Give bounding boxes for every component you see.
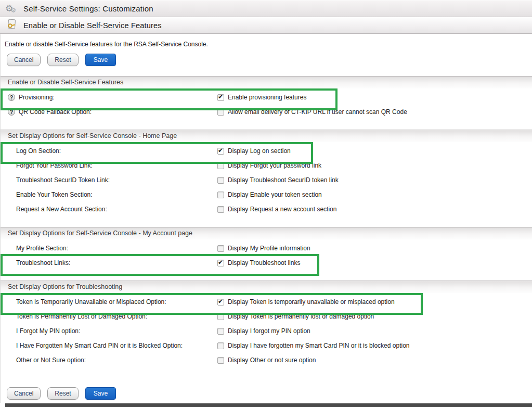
checkbox[interactable] bbox=[217, 299, 224, 306]
checkbox-label: Display Log on section bbox=[228, 147, 291, 155]
sections: Enable or Disable Self-Service Features?… bbox=[1, 76, 532, 367]
row-label-group: Enable Your Token Section: bbox=[16, 191, 93, 198]
row-label-group: Other or Not Sure option: bbox=[16, 357, 86, 364]
settings-section: Set Display Options for Self-Service Con… bbox=[1, 130, 532, 217]
checkbox-group: Display Troubleshoot links bbox=[217, 259, 300, 266]
row-label: QR Code Fallback Option: bbox=[19, 108, 92, 116]
checkbox[interactable] bbox=[217, 342, 224, 349]
settings-row: ?Provisioning:Enable provisioning featur… bbox=[1, 90, 532, 105]
checkbox-group: Display My Profile information bbox=[217, 245, 310, 252]
row-label-group: Token is Permanently Lost or Damaged Opt… bbox=[16, 313, 147, 320]
page-description: Enable or disable Self-Service features … bbox=[1, 34, 532, 48]
section-header: Set Display Options for Self-Service Con… bbox=[1, 130, 532, 142]
settings-row: My Profile Section:Display My Profile in… bbox=[1, 241, 532, 256]
checkbox-label: Display Troubleshoot links bbox=[228, 259, 300, 266]
row-label: Other or Not Sure option: bbox=[16, 357, 86, 364]
settings-row: Forgot Your Password Link:Display Forgot… bbox=[1, 158, 532, 173]
bottom-edge-bar bbox=[5, 403, 532, 407]
section-header: Enable or Disable Self-Service Features bbox=[1, 76, 532, 88]
row-label-group: Request a New Account Section: bbox=[16, 206, 107, 213]
checkbox-group: Display Token is temporarily unavailable… bbox=[217, 298, 395, 306]
top-button-row: Cancel Reset Save bbox=[7, 54, 532, 66]
checkbox-group: Display Log on section bbox=[217, 147, 291, 155]
reset-button-bottom[interactable]: Reset bbox=[47, 387, 78, 400]
settings-section: Set Display Options for TroubleshootingT… bbox=[1, 281, 532, 367]
checkbox[interactable] bbox=[217, 192, 224, 198]
cancel-button[interactable]: Cancel bbox=[7, 54, 41, 66]
checkbox-label: Display I have forgotten my Smart Card P… bbox=[228, 342, 409, 349]
checkbox-group: Display Other or not sure option bbox=[217, 357, 316, 364]
checkbox-label: Display Other or not sure option bbox=[228, 357, 316, 364]
checkbox-label: Display My Profile information bbox=[228, 245, 310, 252]
section-header: Set Display Options for Troubleshooting bbox=[1, 281, 532, 293]
row-label-group: Forgot Your Password Link: bbox=[16, 162, 93, 169]
settings-row: Log On Section:Display Log on section bbox=[1, 144, 532, 158]
checkbox-label: Display Request a new account section bbox=[228, 206, 336, 213]
settings-row: Troubleshoot Links:Display Troubleshoot … bbox=[1, 256, 532, 270]
page-subtitle: Enable or Disable Self-Service Features bbox=[23, 21, 162, 30]
checkbox[interactable] bbox=[217, 148, 224, 155]
checkbox-label: Display Forgot your password link bbox=[228, 162, 321, 169]
reset-button[interactable]: Reset bbox=[47, 54, 78, 66]
checkbox-group: Display Token is permanently lost or dam… bbox=[217, 313, 374, 320]
checkbox-group: Display Forgot your password link bbox=[217, 162, 321, 169]
checkbox-group: Display I forgot my PIN option bbox=[217, 327, 310, 335]
settings-row: Other or Not Sure option:Display Other o… bbox=[1, 353, 532, 367]
row-label-group: ?QR Code Fallback Option: bbox=[8, 108, 92, 116]
settings-section: Set Display Options for Self-Service Con… bbox=[1, 227, 532, 270]
row-label: Request a New Account Section: bbox=[16, 206, 107, 213]
row-label: Forgot Your Password Link: bbox=[16, 162, 93, 169]
checkbox-label: Display Token is temporarily unavailable… bbox=[228, 298, 395, 306]
row-label-group: I Forgot My PIN option: bbox=[16, 327, 80, 335]
checkbox-group: Display Troubleshoot SecurID token link bbox=[217, 176, 339, 184]
checkbox[interactable] bbox=[217, 260, 224, 266]
page-header: ⚙⚙ Self-Service Settings: Customization bbox=[0, 0, 532, 17]
settings-row: ?QR Code Fallback Option:Allow email del… bbox=[1, 105, 532, 119]
row-label: Enable Your Token Section: bbox=[16, 191, 93, 198]
settings-row: I Have Forgotten My Smart Card PIN or it… bbox=[1, 338, 532, 353]
scroll-key-icon bbox=[6, 19, 17, 32]
row-label: Token is Temporarily Unavailable or Misp… bbox=[16, 298, 166, 306]
checkbox-label: Enable provisioning features bbox=[228, 94, 306, 101]
settings-section: Enable or Disable Self-Service Features?… bbox=[1, 76, 532, 119]
row-label-group: I Have Forgotten My Smart Card PIN or it… bbox=[16, 342, 183, 349]
save-button-bottom[interactable]: Save bbox=[85, 387, 116, 400]
row-label: Log On Section: bbox=[16, 147, 61, 155]
checkbox-label: Display Troubleshoot SecurID token link bbox=[228, 176, 339, 184]
checkbox[interactable] bbox=[217, 177, 224, 184]
checkbox[interactable] bbox=[217, 94, 224, 101]
row-label-group: Token is Temporarily Unavailable or Misp… bbox=[16, 298, 166, 306]
row-label-group: ?Provisioning: bbox=[8, 94, 55, 101]
checkbox[interactable] bbox=[217, 245, 224, 252]
checkbox[interactable] bbox=[217, 206, 224, 213]
checkbox-label: Display Token is permanently lost or dam… bbox=[228, 313, 374, 320]
save-button[interactable]: Save bbox=[85, 54, 116, 66]
checkbox-label: Allow email delivery of CT-KIP URL if us… bbox=[228, 108, 407, 116]
row-label: Troubleshoot SecurID Token Link: bbox=[16, 176, 110, 184]
help-icon[interactable]: ? bbox=[8, 94, 15, 101]
settings-row: Troubleshoot SecurID Token Link:Display … bbox=[1, 173, 532, 187]
settings-row: Enable Your Token Section:Display Enable… bbox=[1, 187, 532, 202]
checkbox[interactable] bbox=[217, 313, 224, 320]
content-pane: Enable or disable Self-Service features … bbox=[0, 34, 532, 403]
bottom-button-row: Cancel Reset Save bbox=[7, 387, 532, 400]
page-title: Self-Service Settings: Customization bbox=[23, 4, 153, 13]
row-label: Provisioning: bbox=[19, 94, 55, 101]
checkbox[interactable] bbox=[217, 109, 224, 116]
row-label-group: Log On Section: bbox=[16, 147, 61, 155]
row-label: Troubleshoot Links: bbox=[16, 259, 70, 266]
help-icon[interactable]: ? bbox=[8, 108, 15, 116]
section-title-bar: Enable or Disable Self-Service Features bbox=[0, 17, 532, 34]
checkbox[interactable] bbox=[217, 328, 224, 335]
row-label: My Profile Section: bbox=[16, 245, 68, 252]
row-label-group: My Profile Section: bbox=[16, 245, 68, 252]
checkbox[interactable] bbox=[217, 162, 224, 169]
checkbox-group: Allow email delivery of CT-KIP URL if us… bbox=[217, 108, 407, 116]
row-label-group: Troubleshoot SecurID Token Link: bbox=[16, 176, 110, 184]
checkbox-group: Enable provisioning features bbox=[217, 94, 306, 101]
checkbox[interactable] bbox=[217, 357, 224, 364]
checkbox-group: Display I have forgotten my Smart Card P… bbox=[217, 342, 409, 349]
cancel-button-bottom[interactable]: Cancel bbox=[7, 387, 41, 400]
section-header: Set Display Options for Self-Service Con… bbox=[1, 227, 532, 239]
row-label-group: Troubleshoot Links: bbox=[16, 259, 70, 266]
